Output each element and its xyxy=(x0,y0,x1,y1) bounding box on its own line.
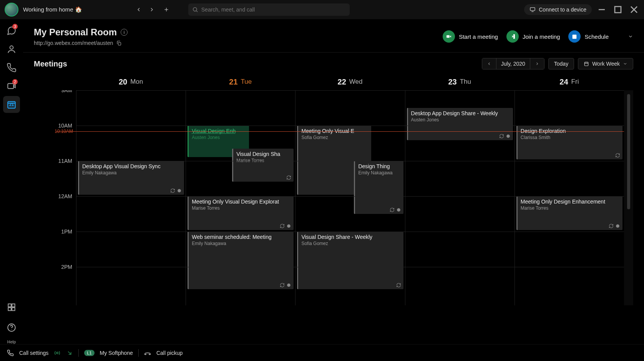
event-title: Meeting Only Visual Design Explorat xyxy=(192,199,290,205)
connect-device-label: Connect to a device xyxy=(539,7,586,13)
forward-icon xyxy=(66,349,73,356)
svg-marker-23 xyxy=(450,35,451,37)
hour-line xyxy=(76,90,624,91)
hour-line xyxy=(76,267,624,267)
svg-point-34 xyxy=(287,283,291,287)
call-pickup-button[interactable]: Call pickup xyxy=(156,350,183,356)
search-input[interactable] xyxy=(201,7,346,13)
event-host: Emily Nakagawa xyxy=(82,170,181,176)
scrollbar[interactable] xyxy=(624,90,633,305)
sidebar-help[interactable] xyxy=(3,317,20,338)
line-pill[interactable]: L1 xyxy=(84,350,94,356)
start-meeting-button[interactable]: Start a meeting xyxy=(443,30,498,43)
nav-back-button[interactable] xyxy=(132,3,145,16)
month-label[interactable]: July, 2020 xyxy=(496,58,530,69)
calendar-event[interactable]: Visual Design Share - WeeklySofia Gomez xyxy=(297,232,403,289)
event-icons xyxy=(615,153,620,158)
nav-forward-button[interactable] xyxy=(145,3,158,16)
svg-point-31 xyxy=(178,189,181,192)
search-icon xyxy=(192,7,198,13)
time-grid[interactable]: 9AM10AM11AM12AM1PM2PM Desktop App Visual… xyxy=(34,90,633,305)
event-host: Marise Torres xyxy=(521,205,619,211)
view-label: Work Week xyxy=(592,61,620,67)
event-host: Emily Nakagawa xyxy=(192,241,290,246)
phone-icon xyxy=(7,349,14,356)
window-close-button[interactable] xyxy=(628,3,640,16)
svg-rect-7 xyxy=(615,7,621,13)
hour-line xyxy=(76,232,624,232)
time-label: 1PM xyxy=(34,229,76,264)
sidebar-calendar[interactable]: 21 xyxy=(3,96,20,113)
event-title: Desktop App Visual Design Sync xyxy=(82,163,181,169)
event-icons xyxy=(499,134,511,139)
room-title-text: My Personal Room xyxy=(34,27,117,38)
help-label: Help xyxy=(7,339,16,344)
chat-badge: 3 xyxy=(12,24,18,29)
connect-device-button[interactable]: Connect to a device xyxy=(524,4,592,15)
svg-point-37 xyxy=(506,134,510,138)
event-host: Marise Torres xyxy=(192,205,290,211)
sidebar-contacts[interactable] xyxy=(3,41,20,58)
time-label: 9AM xyxy=(34,90,76,123)
svg-rect-15 xyxy=(8,304,11,307)
join-icon xyxy=(506,30,519,43)
softphone-label[interactable]: My Softphone xyxy=(100,350,133,356)
event-icons xyxy=(280,283,291,288)
video-icon xyxy=(443,30,455,43)
sidebar-chat[interactable]: 3 xyxy=(3,22,20,39)
svg-rect-22 xyxy=(446,35,450,38)
calendar-event[interactable]: Meeting Only Design EnhancementMarise To… xyxy=(516,196,622,230)
call-settings-button[interactable]: Call settings xyxy=(19,350,48,356)
new-tab-button[interactable] xyxy=(160,3,173,16)
prev-week-button[interactable] xyxy=(482,58,496,69)
svg-rect-17 xyxy=(8,308,11,311)
join-meeting-button[interactable]: Join a meeting xyxy=(506,30,560,43)
calendar-event[interactable]: Web seminar scheduled: MeetingEmily Naka… xyxy=(188,232,294,289)
calendar-event[interactable]: Meeting Only Visual Design ExploratMaris… xyxy=(188,196,294,230)
day-header[interactable]: 20Mon xyxy=(76,73,186,90)
event-title: Visual Design Share - Weekly xyxy=(301,234,400,240)
event-title: Design Exploration xyxy=(521,128,619,134)
calendar-event[interactable]: Visual Design ShaMarise Torres xyxy=(232,149,294,182)
calendar-event[interactable]: Desktop App Visual Design SyncEmily Naka… xyxy=(78,161,184,195)
window-maximize-button[interactable] xyxy=(612,3,624,16)
sidebar-meetings[interactable]: 2 xyxy=(3,78,20,94)
day-header[interactable]: 23Thu xyxy=(405,73,515,90)
day-header[interactable]: 24Fri xyxy=(515,73,624,90)
event-icons xyxy=(280,224,291,229)
svg-point-36 xyxy=(397,208,400,212)
schedule-button[interactable]: Schedule xyxy=(568,30,633,43)
sidebar-calls[interactable] xyxy=(3,59,20,76)
event-title: Design Thing xyxy=(358,163,400,169)
calendar-day-number: 21 xyxy=(9,102,14,107)
info-icon[interactable]: i xyxy=(121,29,128,36)
calendar-event[interactable]: Desktop App Design Share - WeeklyAusten … xyxy=(407,108,513,140)
window-minimize-button[interactable] xyxy=(596,3,608,16)
today-button[interactable]: Today xyxy=(548,58,574,70)
now-indicator xyxy=(56,131,624,132)
calendar-event[interactable]: Design ExplorationClarissa Smith xyxy=(516,126,622,159)
svg-point-38 xyxy=(616,224,619,228)
event-title: Web seminar scheduled: Meeting xyxy=(192,234,290,240)
next-week-button[interactable] xyxy=(530,58,544,69)
search-bar[interactable] xyxy=(188,3,350,16)
user-avatar[interactable] xyxy=(5,3,18,17)
event-title: Visual Design Sha xyxy=(236,151,290,157)
presence-status[interactable]: Working from home 🏠 xyxy=(23,6,82,13)
day-header[interactable]: 21Tue xyxy=(186,73,295,90)
svg-rect-25 xyxy=(573,35,577,39)
calendar-event[interactable]: Design ThingEmily Nakagawa xyxy=(354,161,403,214)
sidebar-apps[interactable] xyxy=(3,299,20,316)
svg-rect-21 xyxy=(118,42,121,45)
hour-line xyxy=(76,126,624,126)
day-header[interactable]: 22Wed xyxy=(295,73,405,90)
app-sidebar: 3 2 21 Help xyxy=(0,19,23,344)
meetings-badge: 2 xyxy=(12,79,18,84)
calendar-grid: 20Mon21Tue22Wed23Thu24Fri 10:10AM 9AM10A… xyxy=(23,73,644,344)
copy-icon[interactable] xyxy=(116,40,122,46)
room-url[interactable]: http://go.webex.com/meet/austen xyxy=(34,40,113,46)
view-select[interactable]: Work Week xyxy=(578,58,633,70)
schedule-icon xyxy=(568,30,581,43)
chevron-down-icon xyxy=(628,34,633,39)
room-title: My Personal Room i xyxy=(34,27,443,38)
